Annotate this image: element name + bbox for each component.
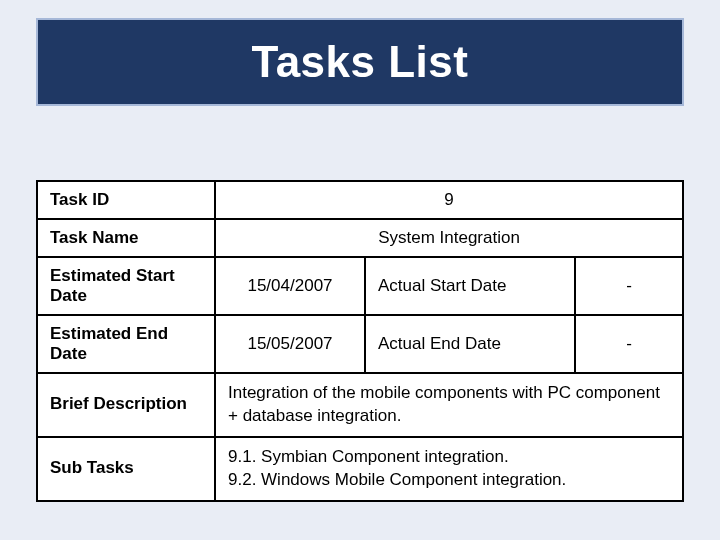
label-task-name: Task Name <box>37 219 215 257</box>
row-brief: Brief Description Integration of the mob… <box>37 373 683 437</box>
value-subtasks: 9.1. Symbian Component integration. 9.2.… <box>215 437 683 501</box>
title-bar: Tasks List <box>36 18 684 106</box>
value-brief: Integration of the mobile components wit… <box>215 373 683 437</box>
row-end-date: Estimated End Date 15/05/2007 Actual End… <box>37 315 683 373</box>
label-task-id: Task ID <box>37 181 215 219</box>
row-subtasks: Sub Tasks 9.1. Symbian Component integra… <box>37 437 683 501</box>
row-task-id: Task ID 9 <box>37 181 683 219</box>
tasks-table: Task ID 9 Task Name System Integration E… <box>36 180 684 502</box>
row-start-date: Estimated Start Date 15/04/2007 Actual S… <box>37 257 683 315</box>
page-title: Tasks List <box>252 37 469 87</box>
value-est-start: 15/04/2007 <box>215 257 365 315</box>
value-task-name: System Integration <box>215 219 683 257</box>
value-est-end: 15/05/2007 <box>215 315 365 373</box>
label-est-start: Estimated Start Date <box>37 257 215 315</box>
label-est-end: Estimated End Date <box>37 315 215 373</box>
label-subtasks: Sub Tasks <box>37 437 215 501</box>
value-actual-end: - <box>575 315 683 373</box>
label-actual-end: Actual End Date <box>365 315 575 373</box>
value-task-id: 9 <box>215 181 683 219</box>
label-actual-start: Actual Start Date <box>365 257 575 315</box>
value-actual-start: - <box>575 257 683 315</box>
label-brief: Brief Description <box>37 373 215 437</box>
row-task-name: Task Name System Integration <box>37 219 683 257</box>
